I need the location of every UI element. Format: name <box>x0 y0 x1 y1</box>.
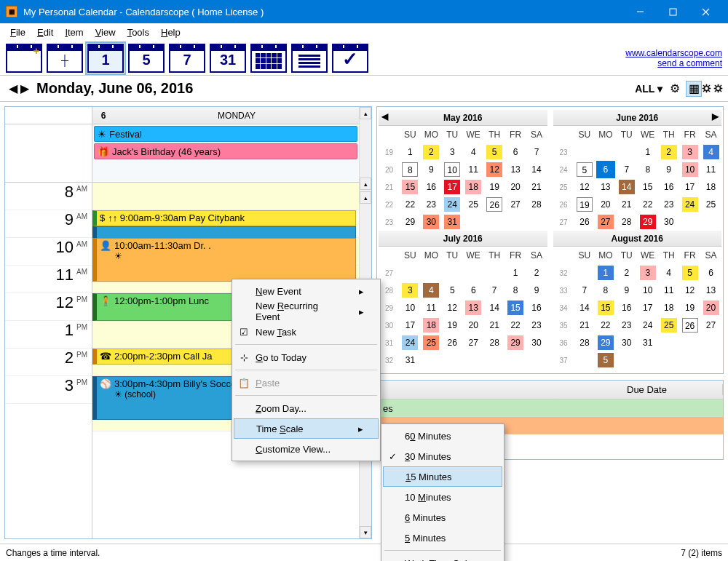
prev-day-button[interactable]: ◀ <box>7 81 19 95</box>
calendar-day[interactable]: 21 <box>484 317 505 334</box>
calendar-day[interactable]: 9 <box>421 161 442 178</box>
calendar-day[interactable]: 11 <box>700 161 721 178</box>
calendar-day[interactable]: 15 <box>400 178 421 196</box>
workweek-view-button[interactable]: 5 <box>128 44 165 73</box>
calendar-day[interactable]: 31 <box>442 213 463 231</box>
menu-new-event[interactable]: New Event▸ <box>234 281 379 301</box>
menu-new-task[interactable]: ☑New Task <box>234 322 379 342</box>
comment-link[interactable]: send a comment <box>625 58 722 68</box>
timed-event[interactable]: 👤10:00am-11:30am Dr. .☀ <box>92 238 356 282</box>
calendar-day[interactable]: 2 <box>658 143 679 161</box>
calendar-day[interactable]: 18 <box>463 178 484 196</box>
menu-tools[interactable]: Tools <box>122 25 155 39</box>
calendar-day[interactable]: 1 <box>637 143 658 161</box>
calendar-day[interactable]: 15 <box>637 178 658 196</box>
menu-10min[interactable]: 10 Minutes <box>383 487 502 507</box>
calendar-day[interactable]: 30 <box>616 334 637 351</box>
menu-5min[interactable]: 5 Minutes <box>383 528 502 548</box>
calendar-day[interactable]: 29 <box>595 334 616 351</box>
calendar-day[interactable]: 10 <box>637 282 658 299</box>
calendar-day[interactable]: 1 <box>400 143 421 161</box>
allday-event[interactable]: 🎁Jack's Birthday (46 years) <box>94 143 357 159</box>
year-view-button[interactable] <box>250 44 287 73</box>
calendar-day[interactable]: 5 <box>595 351 616 369</box>
menu-work-time[interactable]: Work Time Only <box>383 553 502 561</box>
calendar-day[interactable]: 27 <box>700 317 721 334</box>
calendar-day[interactable]: 29 <box>505 334 526 351</box>
minical-title[interactable]: August 2016 <box>553 231 722 247</box>
calendar-day[interactable]: 16 <box>421 178 442 196</box>
day-view-button[interactable]: 1 <box>87 44 124 73</box>
calendar-day[interactable]: 7 <box>616 161 637 178</box>
task-duedate-header[interactable]: Due Date <box>621 384 723 395</box>
calendar-day[interactable]: 13 <box>505 161 526 178</box>
menu-help[interactable]: Help <box>155 25 186 39</box>
calendar-day[interactable]: 24 <box>679 196 700 213</box>
calendar-day[interactable]: 25 <box>658 317 679 334</box>
calendar-day[interactable]: 8 <box>595 282 616 299</box>
calendar-day[interactable]: 29 <box>400 213 421 231</box>
calendar-day[interactable]: 18 <box>421 317 442 334</box>
calendar-day[interactable]: 2 <box>616 264 637 282</box>
calendar-day[interactable]: 12 <box>442 299 463 317</box>
calendar-day[interactable]: 26 <box>679 317 700 334</box>
calendar-day[interactable]: 3 <box>400 282 421 299</box>
day-split-button[interactable]: ┼ <box>47 44 83 73</box>
calendar-day[interactable]: 12 <box>484 161 505 178</box>
maximize-button[interactable] <box>657 0 689 23</box>
calendar-day[interactable]: 10 <box>442 161 463 178</box>
allday-area[interactable]: ☀Festival🎁Jack's Birthday (46 years) <box>92 124 359 183</box>
calendar-day[interactable]: 6 <box>595 161 616 178</box>
calendar-day[interactable]: 26 <box>484 196 505 213</box>
day-column-header[interactable]: 6 MONDAY <box>92 107 359 124</box>
calendar-day[interactable]: 17 <box>637 299 658 317</box>
calendar-day[interactable]: 20 <box>595 196 616 213</box>
calendar-day[interactable]: 14 <box>526 161 547 178</box>
minicalendar-toggle-icon[interactable]: ▦ <box>686 81 702 97</box>
calendar-day[interactable]: 21 <box>526 178 547 196</box>
calendar-day[interactable]: 24 <box>637 317 658 334</box>
month-view-button[interactable]: 31 <box>210 44 246 73</box>
minical-title[interactable]: ▶June 2016 <box>553 110 722 126</box>
menu-view[interactable]: View <box>90 25 122 39</box>
calendar-day[interactable]: 5 <box>442 282 463 299</box>
scroll-up-button[interactable]: ▴ <box>360 107 371 119</box>
calendar-day[interactable]: 18 <box>658 299 679 317</box>
calendar-day[interactable]: 22 <box>505 317 526 334</box>
calendar-day[interactable]: 9 <box>616 282 637 299</box>
calendar-day[interactable]: 28 <box>574 334 595 351</box>
calendar-day[interactable]: 12 <box>679 282 700 299</box>
allday-collapse-button[interactable]: ▴ <box>360 178 371 190</box>
calendar-day[interactable]: 30 <box>658 213 679 231</box>
calendar-day[interactable]: 23 <box>526 317 547 334</box>
calendar-day[interactable]: 15 <box>505 299 526 317</box>
calendar-day[interactable]: 21 <box>574 317 595 334</box>
minical-title[interactable]: July 2016 <box>379 231 547 247</box>
calendar-day[interactable]: 16 <box>658 178 679 196</box>
calendar-day[interactable]: 22 <box>400 196 421 213</box>
calendar-day[interactable]: 25 <box>421 334 442 351</box>
close-button[interactable] <box>689 0 722 23</box>
calendar-day[interactable]: 19 <box>679 299 700 317</box>
calendar-day[interactable]: 19 <box>442 317 463 334</box>
calendar-day[interactable]: 25 <box>463 196 484 213</box>
calendar-day[interactable]: 31 <box>400 351 421 369</box>
calendar-day[interactable]: 17 <box>679 178 700 196</box>
calendar-day[interactable]: 14 <box>484 299 505 317</box>
calendar-day[interactable]: 28 <box>484 334 505 351</box>
calendar-day[interactable]: 7 <box>574 282 595 299</box>
calendar-day[interactable]: 12 <box>574 178 595 196</box>
calendar-day[interactable]: 19 <box>484 178 505 196</box>
week-view-button[interactable]: 7 <box>169 44 205 73</box>
menu-30min[interactable]: ✓30 Minutes <box>383 446 502 466</box>
calendar-day[interactable]: 20 <box>700 299 721 317</box>
search-icon[interactable]: ⛭⛭ <box>705 81 721 97</box>
calendar-day[interactable]: 1 <box>505 264 526 282</box>
task-row[interactable]: es <box>377 399 723 417</box>
calendar-day[interactable]: 9 <box>526 282 547 299</box>
calendar-day[interactable]: 13 <box>700 282 721 299</box>
calendar-day[interactable]: 9 <box>658 161 679 178</box>
calendar-day[interactable]: 4 <box>421 282 442 299</box>
calendar-day[interactable]: 20 <box>463 317 484 334</box>
settings-icon[interactable]: ⚙ <box>667 81 683 97</box>
